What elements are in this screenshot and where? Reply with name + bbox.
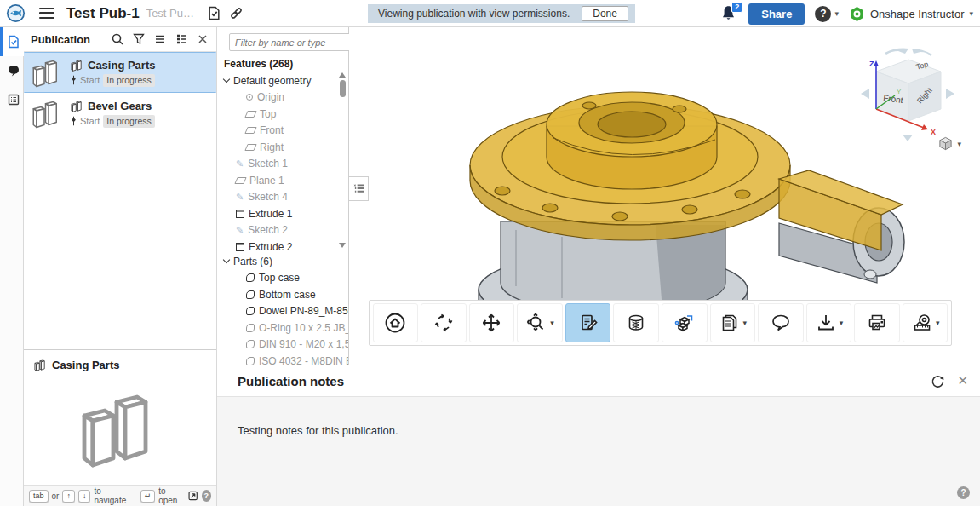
feature-tree-scrollbar[interactable] (339, 72, 347, 248)
tree-item[interactable]: Front (217, 123, 348, 140)
navigate-text: to navigate (94, 486, 128, 505)
zoom-icon (525, 312, 547, 334)
chevron-down-icon: ▾ (957, 140, 961, 148)
close-icon[interactable] (196, 32, 209, 46)
done-button[interactable]: Done (582, 6, 628, 21)
section-view-button[interactable] (613, 303, 659, 342)
tree-group-label: Default geometry (233, 75, 311, 87)
navigation-hints: tab or ↑ ↓ to navigate ↵ to open ? (24, 485, 216, 506)
account-menu[interactable]: Onshape Instructor ▾ (849, 6, 973, 22)
publication-item-bevel-gears[interactable]: Bevel Gears Start In progress (24, 93, 216, 134)
view-cube[interactable]: Top Front Right Z X Y (854, 46, 956, 147)
share-button[interactable]: Share (748, 3, 805, 25)
measure-button[interactable]: ▾ (903, 303, 948, 342)
rotate-right-arrow[interactable] (946, 89, 954, 99)
list-view-icon[interactable] (153, 32, 167, 46)
open-document-icon[interactable] (188, 490, 198, 502)
pan-icon (480, 312, 502, 334)
rotate-button[interactable] (421, 303, 467, 342)
main-menu-button[interactable] (39, 5, 54, 22)
status-badge: In progress (103, 115, 155, 128)
publication-preview: Casing Parts tab or ↑ ↓ to navigate ↵ to… (24, 349, 216, 506)
up-key: ↑ (62, 490, 75, 503)
comment-button[interactable] (758, 303, 804, 342)
tree-item[interactable]: ✎ Sketch 1 (217, 156, 348, 173)
comment-icon (770, 312, 792, 334)
publication-item-label: Casing Parts (88, 59, 155, 72)
part-item-label: Top case (259, 272, 300, 284)
scroll-up-arrow[interactable] (339, 72, 346, 78)
search-icon[interactable] (111, 32, 124, 46)
publication-item-casing-parts[interactable]: Casing Parts Start In progress (24, 52, 216, 93)
measure-icon (911, 312, 933, 334)
help-icon[interactable]: ? (957, 486, 970, 499)
properties-icon (7, 93, 20, 106)
milestone-label: Start (80, 116, 100, 126)
tree-item[interactable]: Top (217, 106, 348, 123)
origin-icon (246, 94, 253, 101)
print-button[interactable] (854, 303, 900, 342)
help-menu[interactable]: ? ▾ (815, 6, 839, 22)
tree-item[interactable]: ✎ Sketch 4 (217, 189, 348, 206)
notification-badge: 2 (731, 2, 742, 13)
part-icon (246, 340, 255, 348)
tree-item-label: Sketch 2 (248, 224, 288, 236)
tree-item[interactable]: Plane 1 (217, 172, 348, 189)
document-name[interactable]: Test Pub-... (146, 7, 199, 20)
notifications-button[interactable]: 2 (719, 4, 738, 23)
part-item[interactable]: DIN 910 - M20 x 1,5 (217, 336, 348, 354)
sketch-icon: ✎ (236, 193, 244, 202)
extrude-icon (236, 243, 244, 251)
part-icon (246, 324, 255, 332)
version-pin-icon (71, 75, 77, 85)
rail-comments-button[interactable] (0, 56, 24, 85)
publication-panel-title: Publication (31, 33, 103, 46)
chevron-down-icon: ▾ (834, 9, 839, 18)
tree-group-parts[interactable]: Parts (6) (217, 253, 348, 270)
tree-group-default-geometry[interactable]: Default geometry (217, 72, 348, 89)
view-home-button[interactable] (373, 303, 419, 342)
detail-view-icon[interactable] (175, 32, 188, 46)
part-item[interactable]: Bottom case (217, 286, 348, 303)
graphics-viewport[interactable]: Top Front Right Z X Y ▾ (349, 27, 980, 365)
onshape-logo-icon[interactable] (6, 3, 26, 23)
part-item[interactable]: Dowel PN-89_M-8502... (217, 303, 348, 320)
versions-icon[interactable] (207, 6, 221, 20)
tree-item[interactable]: Origin (217, 89, 348, 106)
exploded-view-icon (673, 312, 696, 334)
scroll-down-arrow[interactable] (339, 243, 346, 248)
feature-filter-input[interactable] (229, 33, 363, 51)
view-options-dropdown[interactable]: ▾ (938, 136, 961, 151)
named-views-icon (719, 312, 741, 334)
filter-icon[interactable] (132, 32, 146, 46)
rotate-left-arrow[interactable] (861, 89, 869, 99)
scrollbar-thumb[interactable] (340, 80, 346, 97)
refresh-icon[interactable] (931, 374, 945, 388)
part-item-label: Dowel PN-89_M-8502... (259, 305, 348, 317)
tree-item[interactable]: Extrude 2 (217, 239, 348, 253)
notes-panel-title: Publication notes (238, 374, 919, 388)
publication-notes-button[interactable] (565, 303, 611, 342)
export-button[interactable]: ▾ (806, 303, 852, 342)
feature-tree: Default geometry Origin Top Front Right … (217, 72, 348, 253)
feature-list-flyout-button[interactable] (349, 176, 369, 201)
part-item[interactable]: O-Ring 10 x 2.5 JB_T ... (217, 319, 348, 336)
tree-item-label: Extrude 2 (249, 241, 292, 253)
tree-item[interactable]: ✎ Sketch 2 (217, 222, 348, 239)
zoom-button[interactable]: ▾ (517, 303, 563, 342)
viewport-toolbar: ▾ (369, 300, 952, 346)
named-views-button[interactable]: ▾ (710, 303, 756, 342)
tree-item[interactable]: Extrude 1 (217, 205, 348, 222)
tree-item[interactable]: Right (217, 139, 348, 156)
chevron-down-icon: ▾ (936, 319, 940, 327)
pan-button[interactable] (469, 303, 515, 342)
banner-text: Viewing publication with view permission… (378, 8, 570, 20)
rail-publication-panel-button[interactable] (0, 27, 24, 56)
help-icon[interactable]: ? (202, 490, 211, 502)
link-icon[interactable] (229, 6, 244, 20)
rail-properties-button[interactable] (0, 85, 24, 114)
exploded-view-button[interactable] (662, 303, 708, 342)
part-item[interactable]: Top case (217, 270, 348, 287)
close-icon[interactable]: ✕ (957, 373, 968, 388)
rotate-down-arrow[interactable] (903, 135, 913, 141)
